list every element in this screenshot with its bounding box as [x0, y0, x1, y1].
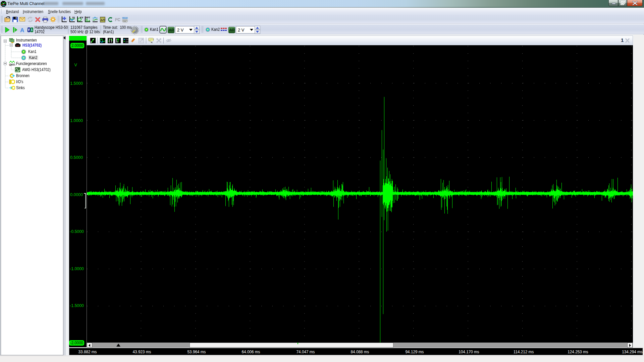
svg-text:XY: XY [80, 16, 83, 19]
svg-text:CH1: CH1 [125, 39, 129, 41]
svg-text:gen: gen [9, 62, 15, 66]
svg-text:CH2: CH2 [125, 41, 129, 43]
svg-text:00110: 00110 [122, 16, 128, 19]
svg-text:123: 123 [101, 18, 106, 21]
svg-text:Yt: Yt [72, 16, 75, 19]
svg-text:FFT: FFT [86, 16, 91, 19]
svg-text:Text: Text [149, 40, 151, 41]
svg-text:viva: viva [16, 45, 19, 47]
svg-text:A: A [20, 27, 24, 33]
svg-text:I²C: I²C [115, 17, 120, 22]
